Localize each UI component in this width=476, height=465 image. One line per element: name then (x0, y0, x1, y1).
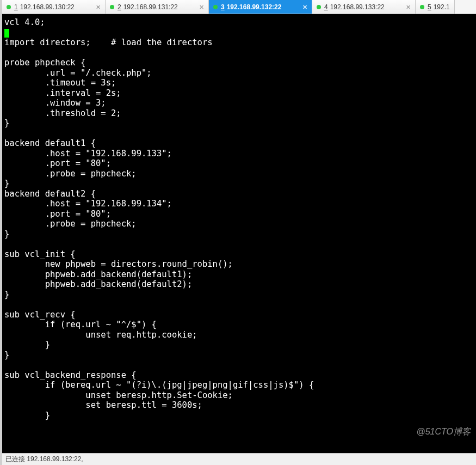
status-dot-icon (110, 5, 114, 9)
terminal-content: vcl 4.0; import directors; # load the di… (4, 17, 476, 420)
terminal-body: import directors; # load the directors p… (4, 38, 314, 420)
tab-bar: 1 192.168.99.130:22 ✕ 2 192.168.99.131:2… (2, 0, 476, 14)
status-dot-icon (317, 5, 321, 9)
tab-label: 192.168.99.131:22 (123, 3, 178, 11)
terminal-pane[interactable]: vcl 4.0; import directors; # load the di… (2, 14, 476, 453)
tab-label: 192.168.99.132:22 (227, 3, 282, 11)
tab-index: 4 (324, 3, 328, 11)
watermark-label: @51CTO博客 (416, 426, 471, 438)
close-icon[interactable]: ✕ (403, 4, 411, 11)
close-icon[interactable]: ✕ (92, 4, 101, 11)
tab-5[interactable]: 5 192.1 (416, 0, 455, 14)
tab-label: 192.168.99.133:22 (330, 3, 385, 11)
terminal-line: vcl 4.0; (4, 17, 45, 27)
status-text: 已连接 192.168.99.132:22。 (5, 455, 88, 464)
tab-label: 192.168.99.130:22 (20, 3, 75, 11)
tab-1[interactable]: 1 192.168.99.130:22 ✕ (2, 0, 106, 14)
tab-index: 3 (221, 3, 225, 11)
tab-2[interactable]: 2 192.168.99.131:22 ✕ (106, 0, 209, 14)
tab-index: 1 (14, 3, 18, 11)
close-icon[interactable]: ✕ (196, 4, 204, 11)
cursor-icon (4, 29, 9, 38)
terminal-window: 1 192.168.99.130:22 ✕ 2 192.168.99.131:2… (0, 0, 476, 465)
status-dot-icon (7, 5, 11, 9)
status-dot-icon (213, 5, 218, 9)
tab-index: 2 (118, 3, 121, 11)
tab-4[interactable]: 4 192.168.99.133:22 ✕ (312, 0, 416, 14)
tab-index: 5 (428, 3, 431, 11)
tab-label: 192.1 (434, 3, 450, 11)
close-icon[interactable]: ✕ (299, 4, 307, 11)
status-bar: 已连接 192.168.99.132:22。 (2, 453, 476, 465)
status-dot-icon (420, 5, 424, 9)
tab-3[interactable]: 3 192.168.99.132:22 ✕ (209, 0, 312, 14)
